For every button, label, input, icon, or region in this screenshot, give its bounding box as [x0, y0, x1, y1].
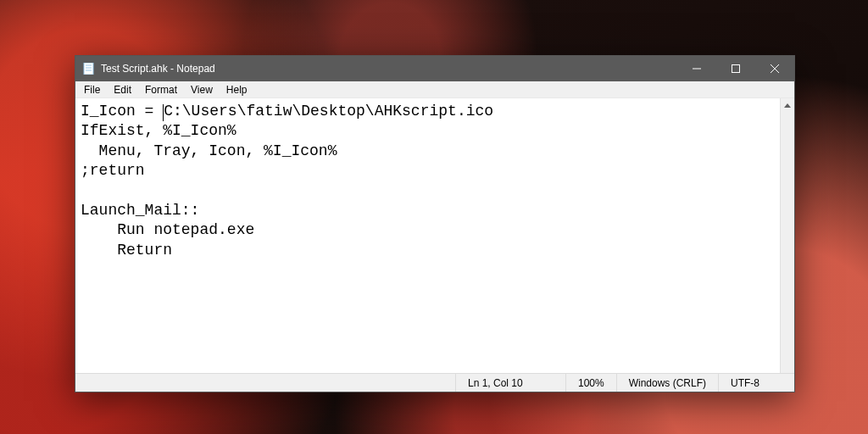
desktop-wallpaper: Test Script.ahk - Notepad File Edit Form… — [0, 0, 868, 434]
status-position: Ln 1, Col 10 — [455, 374, 565, 392]
line-7: Run notepad.exe — [81, 221, 254, 238]
line-4: ;return — [81, 162, 145, 179]
status-encoding: UTF-8 — [718, 374, 794, 392]
line-1-pre: I_Icon = — [81, 103, 163, 120]
menu-edit[interactable]: Edit — [107, 83, 138, 97]
statusbar: Ln 1, Col 10 100% Windows (CRLF) UTF-8 — [75, 373, 794, 392]
svg-rect-4 — [732, 65, 740, 73]
notepad-window: Test Script.ahk - Notepad File Edit Form… — [75, 55, 795, 392]
line-3: Menu, Tray, Icon, %I_Icon% — [81, 142, 337, 159]
scroll-up-icon[interactable] — [781, 98, 795, 113]
minimize-icon — [693, 64, 701, 73]
menu-view[interactable]: View — [184, 83, 220, 97]
line-8: Return — [81, 242, 172, 259]
line-2: IfExist, %I_Icon% — [81, 122, 236, 139]
maximize-icon — [732, 64, 740, 73]
notepad-icon — [82, 62, 96, 75]
minimize-button[interactable] — [677, 56, 716, 81]
close-icon — [771, 64, 779, 73]
menu-help[interactable]: Help — [220, 83, 254, 97]
window-title: Test Script.ahk - Notepad — [101, 63, 215, 75]
editor-text[interactable]: I_Icon = C:\Users\fatiw\Desktop\AHKscrip… — [75, 98, 794, 373]
svg-rect-0 — [84, 63, 93, 75]
editor-area[interactable]: I_Icon = C:\Users\fatiw\Desktop\AHKscrip… — [75, 98, 794, 373]
line-6: Launch_Mail:: — [81, 202, 199, 219]
vertical-scrollbar[interactable] — [780, 98, 794, 373]
maximize-button[interactable] — [716, 56, 755, 81]
status-line-ending: Windows (CRLF) — [616, 374, 718, 392]
menu-file[interactable]: File — [77, 83, 107, 97]
menu-format[interactable]: Format — [138, 83, 184, 97]
close-button[interactable] — [755, 56, 794, 81]
status-zoom: 100% — [565, 374, 616, 392]
menubar: File Edit Format View Help — [75, 81, 794, 98]
line-1-post: C:\Users\fatiw\Desktop\AHKscript.ico — [164, 103, 493, 120]
titlebar[interactable]: Test Script.ahk - Notepad — [75, 56, 794, 81]
